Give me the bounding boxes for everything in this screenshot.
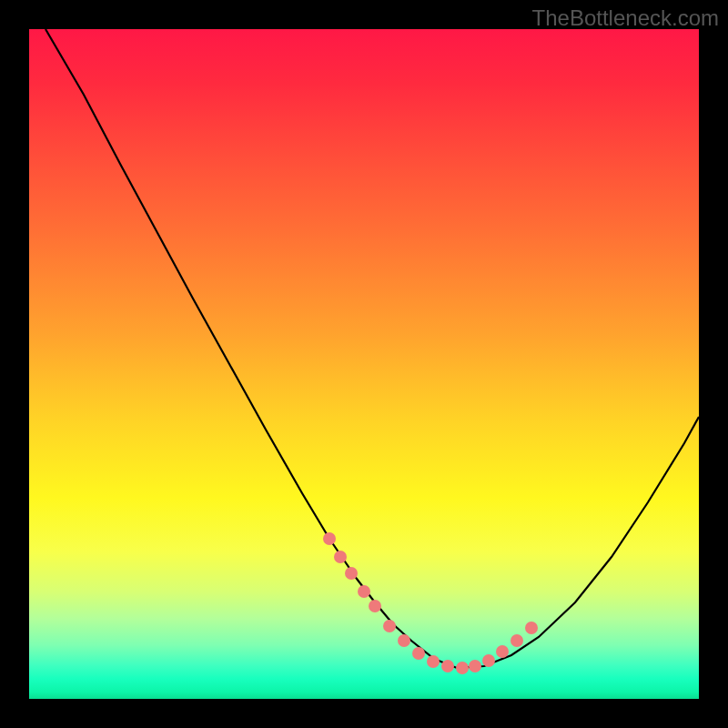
marker-dot <box>334 551 347 563</box>
plot-area <box>29 29 699 699</box>
marker-dot <box>511 634 523 647</box>
marker-dot <box>398 634 410 647</box>
marker-dot <box>412 647 425 660</box>
marker-dot <box>469 660 481 672</box>
marker-dot <box>496 645 509 658</box>
marker-dot <box>383 620 396 632</box>
marker-dot <box>482 654 495 667</box>
marker-dot <box>323 532 336 545</box>
marker-dot <box>525 622 538 634</box>
marker-dot <box>369 600 381 612</box>
marker-dot <box>358 585 370 598</box>
marker-dot <box>427 655 440 668</box>
watermark: TheBottleneck.com <box>532 5 719 31</box>
curve-line <box>46 29 699 668</box>
marker-dot <box>345 567 358 580</box>
curve-markers <box>323 532 538 674</box>
marker-dot <box>441 660 454 672</box>
marker-dot <box>456 662 469 674</box>
chart-svg <box>29 29 699 699</box>
